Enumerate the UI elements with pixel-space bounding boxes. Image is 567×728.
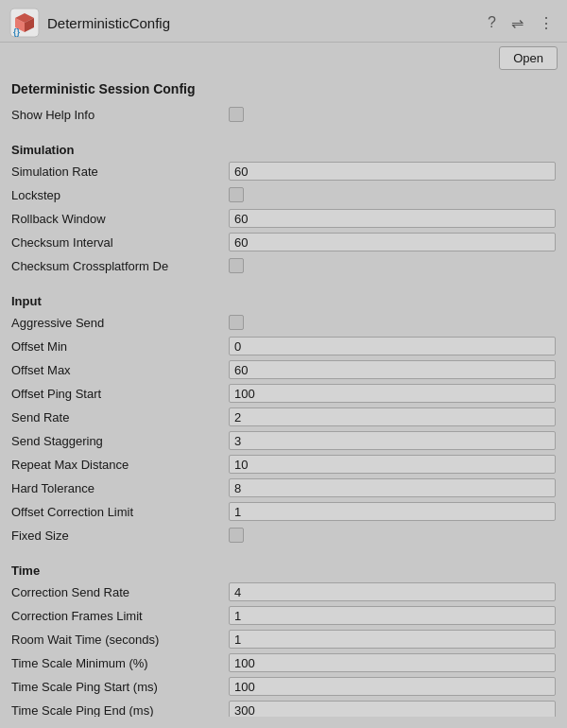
checkbox-container-lockstep xyxy=(229,187,244,202)
row-offset-min: Offset Min xyxy=(11,336,556,356)
content-area: Deterministic Session Config Show Help I… xyxy=(0,74,567,717)
input-time-scale-ping-start[interactable] xyxy=(229,677,556,696)
row-room-wait-time: Room Wait Time (seconds) xyxy=(11,629,556,650)
row-send-staggering: Send Staggering xyxy=(11,430,556,451)
label-simulation-rate: Simulation Rate xyxy=(11,165,229,179)
svg-text:{}: {} xyxy=(13,27,21,37)
label-time-scale-ping-end: Time Scale Ping End (ms) xyxy=(11,703,229,718)
section-title-simulation: Simulation xyxy=(11,143,556,157)
title-bar-left: {} DeterministicConfig xyxy=(9,8,170,38)
row-rollback-window: Rollback Window xyxy=(11,208,556,229)
input-send-rate[interactable] xyxy=(229,407,556,426)
row-offset-correction-limit: Offset Correction Limit xyxy=(11,501,556,522)
input-repeat-max-distance[interactable] xyxy=(229,455,556,474)
row-correction-frames-limit: Correction Frames Limit xyxy=(11,605,556,626)
checkbox-show-help-info[interactable] xyxy=(229,107,244,122)
input-rollback-window[interactable] xyxy=(229,209,556,228)
section-title-time: Time xyxy=(11,563,556,578)
label-lockstep: Lockstep xyxy=(11,188,229,202)
label-offset-correction-limit: Offset Correction Limit xyxy=(11,505,229,519)
more-icon: ⋮ xyxy=(539,15,554,31)
checkbox-fixed-size[interactable] xyxy=(229,528,244,543)
input-checksum-interval[interactable] xyxy=(229,233,556,251)
checkbox-checksum-crossplatform[interactable] xyxy=(229,258,244,273)
row-lockstep: Lockstep xyxy=(11,184,556,205)
row-time-scale-ping-start: Time Scale Ping Start (ms) xyxy=(11,676,556,697)
input-simulation-rate[interactable] xyxy=(229,162,556,181)
help-icon-button[interactable]: ? xyxy=(484,12,500,33)
checkbox-aggressive-send[interactable] xyxy=(229,315,244,330)
help-icon: ? xyxy=(488,14,496,30)
label-hard-tolerance: Hard Tolerance xyxy=(11,481,229,495)
input-room-wait-time[interactable] xyxy=(229,630,556,649)
config-title: Deterministic Session Config xyxy=(11,81,556,96)
label-time-scale-minimum: Time Scale Minimum (%) xyxy=(11,656,229,670)
open-button[interactable]: Open xyxy=(499,46,558,70)
row-simulation-rate: Simulation Rate xyxy=(11,161,556,182)
input-send-staggering[interactable] xyxy=(229,431,556,450)
label-show-help-info: Show Help Info xyxy=(11,108,229,122)
label-repeat-max-distance: Repeat Max Distance xyxy=(11,458,229,472)
row-show-help-info: Show Help Info xyxy=(11,104,556,125)
label-time-scale-ping-start: Time Scale Ping Start (ms) xyxy=(11,680,229,694)
checkbox-container-aggressive-send xyxy=(229,315,244,330)
row-send-rate: Send Rate xyxy=(11,407,556,427)
row-offset-max: Offset Max xyxy=(11,359,556,380)
checkbox-container-fixed-size xyxy=(229,528,244,543)
settings-icon-button[interactable]: ⇌ xyxy=(507,12,527,34)
label-offset-min: Offset Min xyxy=(11,339,229,354)
label-offset-max: Offset Max xyxy=(11,363,229,377)
title-bar-right: ? ⇌ ⋮ xyxy=(484,12,558,34)
row-offset-ping-start: Offset Ping Start xyxy=(11,383,556,404)
row-checksum-crossplatform: Checksum Crossplatform De xyxy=(11,255,556,276)
row-repeat-max-distance: Repeat Max Distance xyxy=(11,454,556,475)
row-checksum-interval: Checksum Interval xyxy=(11,232,556,252)
row-correction-send-rate: Correction Send Rate xyxy=(11,581,556,602)
label-checksum-crossplatform: Checksum Crossplatform De xyxy=(11,259,229,273)
input-offset-max[interactable] xyxy=(229,360,556,379)
toolbar-row: Open xyxy=(0,43,567,74)
row-time-scale-ping-end: Time Scale Ping End (ms) xyxy=(11,700,556,717)
input-correction-frames-limit[interactable] xyxy=(229,606,556,625)
label-checksum-interval: Checksum Interval xyxy=(11,235,229,250)
input-offset-correction-limit[interactable] xyxy=(229,502,556,521)
label-aggressive-send: Aggressive Send xyxy=(11,316,229,330)
app-icon: {} xyxy=(9,8,40,38)
settings-icon: ⇌ xyxy=(511,15,524,31)
label-correction-send-rate: Correction Send Rate xyxy=(11,585,229,599)
input-offset-min[interactable] xyxy=(229,337,556,355)
label-offset-ping-start: Offset Ping Start xyxy=(11,387,229,401)
row-aggressive-send: Aggressive Send xyxy=(11,312,556,333)
row-hard-tolerance: Hard Tolerance xyxy=(11,477,556,498)
more-icon-button[interactable]: ⋮ xyxy=(535,12,558,34)
input-hard-tolerance[interactable] xyxy=(229,478,556,497)
label-room-wait-time: Room Wait Time (seconds) xyxy=(11,633,229,647)
label-fixed-size: Fixed Size xyxy=(11,529,229,543)
input-correction-send-rate[interactable] xyxy=(229,582,556,601)
label-send-rate: Send Rate xyxy=(11,410,229,425)
row-time-scale-minimum: Time Scale Minimum (%) xyxy=(11,652,556,673)
label-send-staggering: Send Staggering xyxy=(11,434,229,448)
window-title: DeterministicConfig xyxy=(47,15,170,31)
checkbox-container-checksum-crossplatform xyxy=(229,258,244,273)
checkbox-lockstep[interactable] xyxy=(229,187,244,202)
row-fixed-size: Fixed Size xyxy=(11,525,556,546)
title-bar: {} DeterministicConfig ? ⇌ ⋮ xyxy=(0,0,567,43)
label-correction-frames-limit: Correction Frames Limit xyxy=(11,609,229,623)
input-time-scale-ping-end[interactable] xyxy=(229,701,556,717)
label-rollback-window: Rollback Window xyxy=(11,212,229,226)
input-time-scale-minimum[interactable] xyxy=(229,653,556,672)
checkbox-container-show-help-info xyxy=(229,107,244,122)
input-offset-ping-start[interactable] xyxy=(229,384,556,403)
section-title-input: Input xyxy=(11,294,556,308)
